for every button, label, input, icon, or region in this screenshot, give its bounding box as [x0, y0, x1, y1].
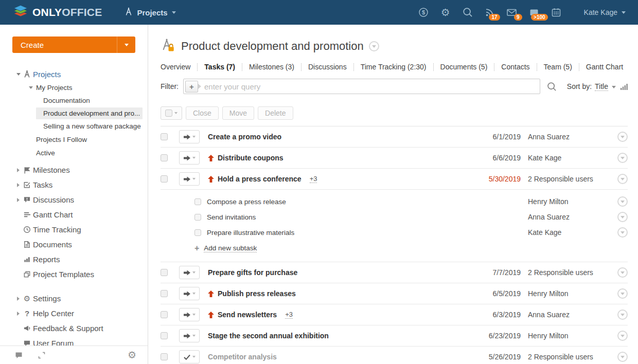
sidebar-item-tasks[interactable]: Tasks	[0, 177, 148, 192]
caret-expanded-icon[interactable]	[29, 86, 33, 89]
subtask-count-chip[interactable]: +3	[285, 311, 293, 319]
task-action-button[interactable]	[179, 266, 200, 279]
task-responsible[interactable]: Anna Suarez	[528, 133, 616, 141]
subtask-responsible[interactable]: Kate Kage	[528, 228, 616, 236]
sidebar-item-time-tracking[interactable]: Time Tracking	[0, 222, 148, 237]
gear-icon[interactable]: ⚙	[128, 349, 136, 361]
subtask-menu-icon[interactable]	[617, 196, 628, 207]
task-title[interactable]: Distribute coupons	[218, 154, 283, 162]
project-actions-icon[interactable]	[369, 41, 379, 51]
search-icon[interactable]	[547, 82, 557, 92]
payments-icon[interactable]: $	[418, 6, 429, 19]
task-checkbox[interactable]	[161, 154, 168, 161]
task-menu-icon[interactable]	[617, 153, 628, 163]
caret-expanded-icon[interactable]	[16, 73, 21, 76]
gear-icon[interactable]: ⚙	[440, 6, 451, 19]
tab-tasks[interactable]: Tasks (7)	[204, 63, 235, 71]
create-dropdown[interactable]	[117, 37, 135, 53]
onlyoffice-logo[interactable]: ONLYOFFICE	[13, 5, 102, 20]
task-checkbox[interactable]	[161, 269, 168, 276]
task-title[interactable]: Send newsletters	[218, 311, 277, 319]
user-menu[interactable]: Kate Kage	[584, 8, 626, 16]
add-subtask-button[interactable]: + Add new subtask	[161, 240, 628, 257]
close-button[interactable]: Close	[186, 106, 219, 120]
task-responsible[interactable]: Kate Kage	[528, 154, 616, 162]
task-checkbox[interactable]	[161, 133, 168, 140]
filter-box[interactable]: +	[183, 79, 540, 94]
chevron-down-icon[interactable]	[612, 86, 616, 88]
task-action-button[interactable]	[179, 172, 200, 186]
subtask-menu-icon[interactable]	[617, 227, 628, 238]
task-title[interactable]: Create a promo video	[208, 133, 281, 141]
task-checkbox[interactable]	[161, 311, 168, 318]
sort-direction-icon[interactable]	[621, 83, 628, 90]
subtask-checkbox[interactable]	[194, 198, 201, 205]
sidebar-item-milestones[interactable]: Milestones	[0, 162, 148, 177]
feed-icon[interactable]: 17	[484, 6, 495, 19]
task-menu-icon[interactable]	[617, 288, 628, 299]
tab-overview[interactable]: Overview	[161, 63, 190, 71]
task-responsible[interactable]: 2 Responsible users	[528, 175, 616, 183]
task-responsible[interactable]: Henry Milton	[528, 289, 616, 298]
sort-value[interactable]: Title	[595, 82, 608, 91]
sidebar-item-my-projects[interactable]: My Projects	[0, 81, 148, 94]
task-responsible[interactable]: 2 Responsible users	[528, 268, 616, 277]
subtask-title[interactable]: Send invitations	[207, 213, 256, 221]
sidebar-item-projects[interactable]: Projects	[0, 67, 148, 81]
add-filter-button[interactable]: +	[185, 81, 198, 93]
mail-icon[interactable]: 9	[506, 6, 518, 19]
products-menu[interactable]: Projects	[125, 7, 175, 18]
task-responsible[interactable]: 2 Responsible users	[528, 353, 616, 361]
task-title[interactable]: Stage the second annual exhibition	[208, 332, 329, 340]
sidebar-item-documents[interactable]: Documents	[0, 237, 148, 252]
sidebar-item-active[interactable]: Active	[0, 146, 148, 159]
task-action-button[interactable]	[179, 308, 200, 321]
caret-collapsed-icon[interactable]	[17, 312, 20, 316]
task-checkbox[interactable]	[161, 353, 168, 360]
calendar-icon[interactable]	[551, 6, 562, 19]
tab-team[interactable]: Team (5)	[544, 63, 572, 71]
tab-time-tracking[interactable]: Time Tracking (2:30)	[361, 63, 427, 71]
task-responsible[interactable]: Henry Milton	[528, 332, 616, 340]
select-all-dropdown[interactable]	[161, 106, 182, 120]
task-checkbox[interactable]	[161, 332, 168, 339]
sidebar-item-selling-package[interactable]: Selling a new software package	[0, 120, 148, 133]
task-menu-icon[interactable]	[617, 310, 628, 320]
task-menu-icon[interactable]	[617, 132, 628, 142]
talk-icon[interactable]: >100	[528, 6, 540, 19]
subtask-count-chip[interactable]: +3	[310, 175, 317, 183]
sidebar-item-reports[interactable]: Reports	[0, 252, 148, 267]
expand-icon[interactable]	[38, 351, 46, 359]
task-responsible[interactable]: Anna Suarez	[528, 311, 616, 319]
subtask-checkbox[interactable]	[194, 229, 201, 236]
caret-collapsed-icon[interactable]	[17, 183, 20, 187]
subtask-responsible[interactable]: Anna Suarez	[528, 213, 616, 221]
sidebar-item-feedback-support[interactable]: Feedback & Support	[0, 321, 148, 336]
sidebar-item-discussions[interactable]: Discussions	[0, 192, 148, 207]
sidebar-item-projects-i-follow[interactable]: Projects I Follow	[0, 133, 148, 146]
task-action-button[interactable]	[179, 151, 200, 165]
sidebar-item-gantt-chart[interactable]: Gantt Chart	[0, 207, 148, 222]
subtask-title[interactable]: Compose a press release	[207, 198, 286, 206]
chat-icon[interactable]	[14, 351, 23, 359]
delete-button[interactable]: Delete	[258, 106, 293, 120]
tab-documents[interactable]: Documents (5)	[440, 63, 488, 71]
task-title[interactable]: Competitor analysis	[208, 353, 277, 361]
tab-milestones[interactable]: Milestones (3)	[249, 63, 294, 71]
subtask-title[interactable]: Prepare illustrative materials	[207, 229, 294, 236]
task-action-button[interactable]	[179, 287, 200, 300]
search-input[interactable]	[204, 82, 536, 91]
tab-discussions[interactable]: Discussions	[308, 63, 347, 71]
task-menu-icon[interactable]	[617, 174, 628, 184]
sidebar-item-product-development[interactable]: Product development and pro...	[0, 107, 148, 120]
caret-collapsed-icon[interactable]	[17, 297, 20, 301]
move-button[interactable]: Move	[222, 106, 254, 120]
task-title[interactable]: Publish press releases	[218, 289, 296, 298]
sidebar-item-help-center[interactable]: ? Help Center	[0, 306, 148, 321]
tab-gantt-chart[interactable]: Gantt Chart	[586, 63, 623, 71]
create-button[interactable]: Create	[12, 37, 135, 53]
caret-collapsed-icon[interactable]	[17, 198, 20, 202]
task-action-button[interactable]	[179, 350, 200, 363]
task-menu-icon[interactable]	[617, 331, 628, 341]
task-menu-icon[interactable]	[617, 267, 628, 278]
